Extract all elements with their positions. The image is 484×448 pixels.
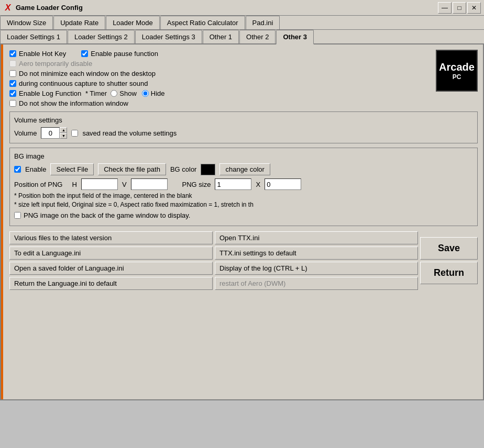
save-button[interactable]: Save — [420, 237, 478, 260]
bg-enable-label: Enable — [25, 165, 46, 173]
tab-update-rate[interactable]: Update Rate — [53, 16, 105, 29]
v-label: V — [122, 181, 127, 188]
open-language-folder-button[interactable]: Open a saved folder of Language.ini — [9, 262, 213, 275]
x-label: X — [256, 181, 260, 188]
tab-loader-settings-3[interactable]: Loader Settings 3 — [135, 30, 202, 43]
no-minimize-checkbox[interactable] — [9, 70, 16, 77]
edit-language-button[interactable]: To edit a Language.ini — [9, 247, 213, 260]
timer-radio-group: Show Hide — [111, 89, 164, 97]
various-files-button[interactable]: Various files to the latest version — [9, 231, 213, 244]
shutter-sound-row: during continuous capture to shutter sou… — [9, 80, 478, 87]
right-buttons: Save Return — [420, 231, 478, 290]
volume-section-title: Volume settings — [14, 116, 473, 124]
volume-label: Volume — [14, 129, 37, 137]
timer-label: * Timer — [85, 89, 107, 97]
tab-other-3[interactable]: Other 3 — [276, 30, 314, 44]
bg-image-section: BG image Enable Select File Check the fi… — [9, 148, 478, 226]
no-minimize-label: Do not minimize each window on the deskt… — [19, 70, 156, 77]
center-buttons: Open TTX.ini TTX.ini settings to default… — [215, 231, 418, 290]
window-controls: — □ ✕ — [438, 2, 481, 14]
window-title: Game Loader Config — [16, 4, 438, 12]
tab-loader-settings-2[interactable]: Loader Settings 2 — [68, 30, 135, 43]
enable-hotkey-row: Enable Hot Key Enable pause function — [9, 50, 478, 58]
bg-controls-row: Enable Select File Check the file path B… — [14, 163, 473, 175]
enable-hotkey-checkbox[interactable] — [9, 50, 16, 57]
enable-pause-checkbox[interactable] — [81, 50, 88, 57]
v-input[interactable] — [131, 178, 168, 190]
png-back-label: PNG image on the back of the game window… — [24, 211, 190, 219]
png-position-row: Position of PNG H V PNG size X — [14, 178, 473, 190]
saved-read-checkbox[interactable] — [71, 130, 78, 137]
tab-loader-settings-1[interactable]: Loader Settings 1 — [0, 30, 67, 43]
aero-disable-row: Aero temporarily disable — [9, 60, 478, 68]
png-back-row: PNG image on the back of the game window… — [14, 211, 473, 219]
shutter-sound-checkbox[interactable] — [9, 80, 16, 87]
restore-button[interactable]: □ — [453, 2, 466, 14]
no-info-window-row: Do not show the information window — [9, 99, 478, 107]
aero-disable-checkbox — [9, 60, 16, 67]
radio-show-label[interactable]: Show — [111, 89, 137, 97]
no-info-window-checkbox[interactable] — [9, 100, 16, 107]
png-height-input[interactable] — [265, 178, 301, 190]
aero-disable-label: Aero temporarily disable — [19, 60, 92, 68]
h-label: H — [72, 181, 77, 188]
arcade-logo: Arcade PC — [436, 50, 478, 92]
return-language-button[interactable]: Return the Language.ini to default — [9, 277, 213, 290]
no-info-window-label: Do not show the information window — [19, 99, 128, 107]
tab-pad-ini[interactable]: Pad.ini — [246, 16, 280, 29]
bg-color-label: BG color — [170, 165, 197, 173]
change-color-button[interactable]: change color — [219, 163, 270, 175]
tab-other-2[interactable]: Other 2 — [239, 30, 276, 43]
close-button[interactable]: ✕ — [467, 2, 481, 14]
note1: * Position both the input field of the i… — [14, 192, 473, 199]
tab-aspect-ratio[interactable]: Aspect Ratio Calculator — [160, 16, 245, 29]
tab-other-1[interactable]: Other 1 — [203, 30, 239, 43]
ttx-default-button[interactable]: TTX.ini settings to default — [215, 247, 418, 260]
enable-hotkey-label: Enable Hot Key — [19, 50, 66, 58]
volume-input[interactable] — [41, 127, 60, 139]
tab-row-2: Loader Settings 1 Loader Settings 2 Load… — [0, 30, 484, 44]
radio-show[interactable] — [111, 90, 117, 97]
h-input[interactable] — [81, 178, 118, 190]
shutter-sound-label: during continuous capture to shutter sou… — [19, 80, 148, 87]
volume-section: Volume settings Volume ▲ ▼ saved read th… — [9, 111, 478, 143]
bg-enable-checkbox[interactable] — [14, 166, 21, 173]
note2: * size left input field, Original size =… — [14, 201, 473, 208]
title-bar: X Game Loader Config — □ ✕ — [0, 0, 484, 16]
bg-color-swatch[interactable] — [201, 164, 215, 175]
app-icon: X — [3, 3, 13, 13]
bottom-buttons-area: Various files to the latest version To e… — [9, 231, 478, 290]
no-minimize-row: Do not minimize each window on the deskt… — [9, 70, 478, 77]
tab-window-size[interactable]: Window Size — [0, 16, 53, 29]
position-label: Position of PNG — [14, 181, 63, 188]
volume-spinbox: ▲ ▼ — [41, 127, 67, 139]
volume-spin-buttons: ▲ ▼ — [60, 127, 67, 139]
select-file-button[interactable]: Select File — [50, 163, 94, 175]
volume-down-button[interactable]: ▼ — [60, 133, 67, 139]
left-buttons: Various files to the latest version To e… — [9, 231, 213, 290]
enable-pause-label: Enable pause function — [91, 50, 158, 58]
bg-section-title: BG image — [14, 152, 473, 160]
tab-row-1: Window Size Update Rate Loader Mode Aspe… — [0, 16, 484, 30]
radio-hide[interactable] — [142, 90, 149, 97]
png-back-checkbox[interactable] — [14, 212, 21, 219]
enable-log-row: Enable Log Function * Timer Show Hide — [9, 89, 478, 97]
content-area: Arcade PC Enable Hot Key Enable pause fu… — [0, 44, 484, 400]
png-size-label: PNG size — [182, 181, 211, 188]
display-log-button[interactable]: Display of the log (CTRL + L) — [215, 262, 418, 275]
tab-loader-mode[interactable]: Loader Mode — [106, 16, 160, 29]
saved-read-label: saved read the volume settings — [82, 129, 177, 137]
radio-hide-label[interactable]: Hide — [142, 89, 165, 97]
restart-aero-button[interactable]: restart of Aero (DWM) — [215, 277, 418, 290]
volume-row: Volume ▲ ▼ saved read the volume setting… — [14, 127, 473, 139]
enable-log-checkbox[interactable] — [9, 90, 16, 97]
png-width-input[interactable] — [215, 178, 251, 190]
enable-log-label: Enable Log Function — [19, 89, 81, 97]
return-button[interactable]: Return — [420, 262, 478, 284]
volume-up-button[interactable]: ▲ — [60, 127, 67, 133]
open-ttx-button[interactable]: Open TTX.ini — [215, 231, 418, 244]
orange-accent-bar — [1, 44, 3, 399]
check-file-path-button[interactable]: Check the file path — [98, 163, 166, 175]
minimize-button[interactable]: — — [438, 2, 452, 14]
